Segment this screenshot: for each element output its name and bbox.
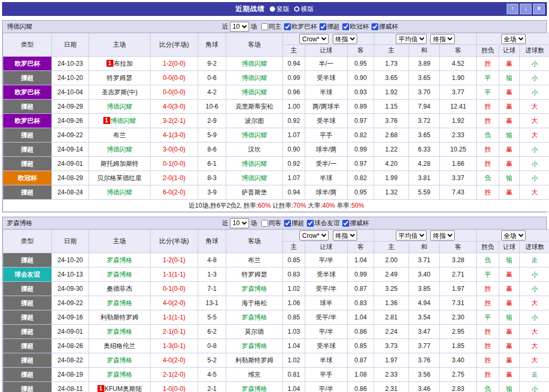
goals-result-cell: 大 <box>520 339 549 353</box>
home-team: 罗森博格 <box>89 296 150 310</box>
match-row: 挪超24-09-30桑德菲杰0-1(0-0)7-1罗森博格1.02受平/半0.8… <box>3 282 549 296</box>
competition-filter-2[interactable]: 欧冠杯 <box>342 22 369 31</box>
odds-handicap: 受平/半 <box>305 310 348 325</box>
match-date: 24-10-04 <box>52 85 89 100</box>
outcome-cell: 胜 <box>477 142 499 157</box>
competition-filter-0-checkbox[interactable] <box>284 220 291 227</box>
red-card-badge: 1 <box>98 385 104 392</box>
same-venue-filter-checkbox[interactable] <box>261 23 268 30</box>
move-up-button[interactable]: ↑ <box>507 4 518 14</box>
results-table: 类型 日期 主场 比分(半场) 角球 客场 Crow* 终指 平均值 终指 <box>3 229 549 392</box>
avg-away: 10.25 <box>440 142 477 157</box>
col-home: 主场 <box>89 33 150 57</box>
red-card-badge: 1 <box>103 117 110 124</box>
close-button[interactable]: × <box>533 4 545 14</box>
match-row: 挪超24-09-14博德闪耀3-0(0-0)8-6汉坎0.90球半/两0.991… <box>3 142 549 157</box>
home-team: 博德闪耀 <box>89 100 150 114</box>
outcome-cell: 胜 <box>477 296 499 310</box>
avg-away: 2.75 <box>440 368 477 382</box>
corner-score: 4-2 <box>198 85 226 100</box>
score-cell: 1-2(0-1) <box>150 253 198 268</box>
outcome-cell: 负 <box>477 171 499 185</box>
same-venue-filter-checkbox[interactable] <box>261 220 268 227</box>
subcol-odds-handicap: 让球 <box>305 45 348 57</box>
average-select[interactable]: 平均值 <box>396 230 427 240</box>
competition-filter-0[interactable]: 挪超 <box>284 219 304 228</box>
section-title: 罗森博格 <box>3 219 32 228</box>
odds-source-select[interactable]: Crow* <box>299 230 329 240</box>
match-date: 24-09-22 <box>52 296 89 310</box>
competition-filter-2[interactable]: 挪威杯 <box>342 219 369 228</box>
goals-result-cell: 走 <box>520 253 549 268</box>
summary-value: 40% <box>322 202 335 209</box>
competition-filter-2-checkbox[interactable] <box>342 23 349 30</box>
competition-filter-0-checkbox[interactable] <box>284 23 291 30</box>
match-date: 24-08-24 <box>52 185 89 200</box>
summary-label: 让胜率: <box>271 202 294 209</box>
league-badge: 挪超 <box>3 368 52 382</box>
odds-header-group: Crow* 终指 <box>283 33 374 45</box>
goals-result-cell: 大 <box>520 100 549 114</box>
home-team: 贝尔格莱德红星 <box>89 171 150 185</box>
goals-result-cell: 小 <box>520 282 549 296</box>
scope-select[interactable]: 全场 <box>501 230 526 240</box>
same-venue-filter[interactable]: 同主 <box>261 22 281 31</box>
odds-home: 0.94 <box>283 185 305 200</box>
layout-option-vertical[interactable]: 竖版 <box>270 5 289 14</box>
odds-handicap: 平手 <box>305 368 348 382</box>
odds-handicap: 受半球 <box>305 339 348 353</box>
competition-filter-2-label: 欧冠杯 <box>350 22 369 31</box>
odds-final-select[interactable]: 终指 <box>333 34 357 44</box>
competition-filter-1-label: 球会友谊 <box>314 219 340 228</box>
odds-source-select[interactable]: Crow* <box>299 34 329 44</box>
odds-home: 1.02 <box>283 353 305 368</box>
corner-score: 13-1 <box>198 296 226 310</box>
away-team: 特罗姆瑟 <box>226 268 283 282</box>
average-select[interactable]: 平均值 <box>396 34 427 44</box>
odds-handicap: 平手 <box>305 128 348 142</box>
competition-filter-0[interactable]: 欧罗巴杯 <box>284 22 317 31</box>
move-down-button[interactable]: ↓ <box>520 4 532 14</box>
league-badge: 挪超 <box>3 142 52 157</box>
odds-home: 0.92 <box>283 114 305 128</box>
home-team: 罗森博格 <box>89 268 150 282</box>
average-final-select[interactable]: 终指 <box>430 230 455 240</box>
recent-count-select[interactable]: 10 <box>230 22 249 32</box>
match-row: 挪超24-09-01罗森博格2-1(0-1)6-2莫尔德1.03平/半0.862… <box>3 325 549 339</box>
handicap-result-cell: 赢 <box>499 142 520 157</box>
competition-filter-1-checkbox[interactable] <box>307 220 314 227</box>
layout-option-horizontal[interactable]: 横版 <box>294 5 314 14</box>
away-team: 博德闪耀 <box>226 85 283 100</box>
match-date: 24-09-22 <box>52 128 89 142</box>
odds-away: 0.87 <box>348 353 374 368</box>
same-venue-filter[interactable]: 同客 <box>261 219 281 228</box>
competition-filter-2-checkbox[interactable] <box>342 220 349 227</box>
competition-filter-1[interactable]: 挪超 <box>320 22 340 31</box>
recent-count-select[interactable]: 10 <box>230 218 249 228</box>
competition-filter-3[interactable]: 挪威杯 <box>371 22 398 31</box>
avg-home: 1.22 <box>374 142 409 157</box>
avg-draw: 3.76 <box>409 353 440 368</box>
avg-draw: 3.85 <box>409 282 440 296</box>
match-row: 挪超24-08-19罗森博格2-1(2-0)4-5维京0.81平手1.082.3… <box>3 368 549 382</box>
summary-label: 大率: <box>306 202 323 209</box>
competition-filter-1[interactable]: 球会友谊 <box>307 219 340 228</box>
away-team: 利勒斯特罗姆 <box>226 353 283 368</box>
subcol-odds-home: 主 <box>283 242 305 253</box>
subcol-goals: 进球数 <box>520 242 549 253</box>
col-score: 比分(半场) <box>150 33 198 57</box>
outcome-cell: 胜 <box>477 57 499 71</box>
average-final-select[interactable]: 终指 <box>430 34 455 44</box>
match-date: 24-08-19 <box>52 368 89 382</box>
odds-final-select[interactable]: 终指 <box>333 230 357 240</box>
handicap-result-cell: 输 <box>499 171 520 185</box>
competition-filter-1-checkbox[interactable] <box>320 23 326 30</box>
competition-filter-3-checkbox[interactable] <box>371 23 378 30</box>
home-team: 奥绍格伦兰 <box>89 339 150 353</box>
odds-away: 0.95 <box>348 185 374 200</box>
avg-draw: 3.47 <box>409 325 440 339</box>
odds-home: 1.07 <box>283 128 305 142</box>
scope-select[interactable]: 全场 <box>501 34 526 44</box>
odds-away: 0.86 <box>348 325 374 339</box>
handicap-result-cell: 赢 <box>499 353 520 368</box>
